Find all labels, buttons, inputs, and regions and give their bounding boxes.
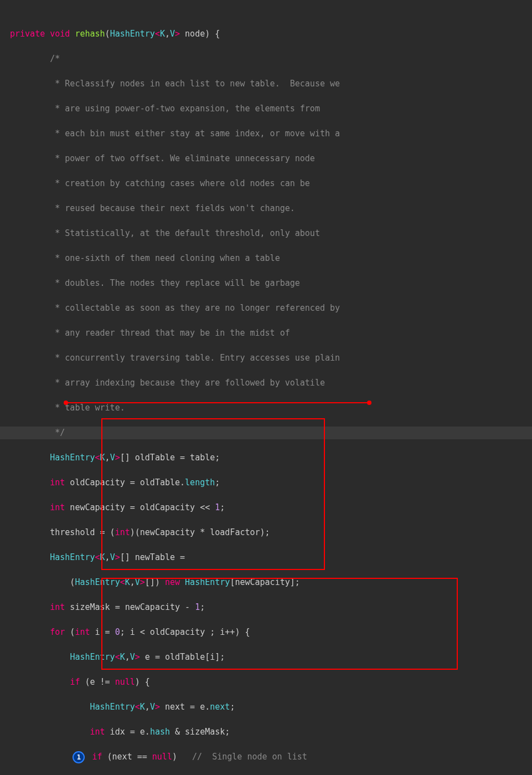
code-line: for (int i = 0; i < oldCapacity ; i++) {: [0, 626, 532, 639]
kw-private: private: [10, 29, 45, 39]
code-line: (HashEntry<K,V>[]) new HashEntry[newCapa…: [0, 576, 532, 589]
comment-line: * collectable as soon as they are no lon…: [0, 302, 532, 315]
comment-line: * are using power-of-two expansion, the …: [0, 102, 532, 115]
code-line: int newCapacity = oldCapacity << 1;: [0, 501, 532, 514]
comment-line: * reused because their next fields won't…: [0, 202, 532, 215]
code-line: HashEntry<K,V> next = e.next;: [0, 701, 532, 714]
code-line: HashEntry<K,V> e = oldTable[i];: [0, 651, 532, 664]
comment-line: * array indexing because they are follow…: [0, 377, 532, 389]
code-line: if (e != null) {: [0, 676, 532, 689]
comment-line: * one-sixth of them need cloning when a …: [0, 252, 532, 265]
code-line: private void rehash(HashEntry<K,V> node)…: [0, 28, 532, 40]
comment-line-current: */: [0, 427, 532, 439]
comment-line: * each bin must either stay at same inde…: [0, 127, 532, 140]
kw-void: void: [50, 29, 70, 39]
annotation-badge-1: 1: [73, 751, 85, 763]
comment-line: * table write.: [0, 402, 532, 414]
comment-line: * power of two offset. We eliminate unne…: [0, 152, 532, 165]
comment-line: * any reader thread that may be in the m…: [0, 327, 532, 340]
annotation-dot: [367, 401, 371, 405]
comment-line: * Reclassify nodes in each list to new t…: [0, 78, 532, 90]
code-line: int idx = e.hash & sizeMask;: [0, 726, 532, 738]
comment-line: * creation by catching cases where old n…: [0, 177, 532, 190]
code-editor: private void rehash(HashEntry<K,V> node)…: [0, 0, 532, 775]
code-line: threshold = (int)(newCapacity * loadFact…: [0, 526, 532, 539]
method-name: rehash: [75, 29, 105, 39]
annotation-dot: [64, 401, 68, 405]
code-line: HashEntry<K,V>[] oldTable = table;: [0, 451, 532, 464]
annotation-divider-line: [65, 402, 370, 403]
code-line: int sizeMask = newCapacity - 1;: [0, 601, 532, 614]
code-line-badge-1: 1 if (next == null) // Single node on li…: [0, 751, 532, 763]
comment-line: * Statistically, at the default threshol…: [0, 227, 532, 240]
code-line: int oldCapacity = oldTable.length;: [0, 476, 532, 489]
comment-line: * concurrently traversing table. Entry a…: [0, 352, 532, 365]
comment-line: /*: [0, 53, 532, 65]
comment-line: * doubles. The nodes they replace will b…: [0, 277, 532, 290]
code-line: HashEntry<K,V>[] newTable =: [0, 551, 532, 564]
